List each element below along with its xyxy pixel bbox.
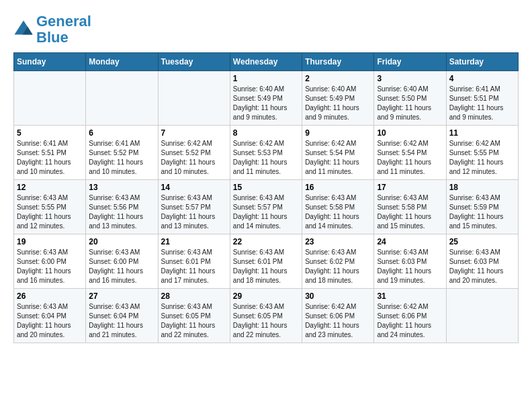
- day-info: Sunrise: 6:43 AMSunset: 6:02 PMDaylight:…: [305, 248, 371, 285]
- day-number: 9: [305, 128, 371, 138]
- day-info: Sunrise: 6:43 AMSunset: 6:01 PMDaylight:…: [161, 248, 227, 285]
- calendar-cell: 9Sunrise: 6:42 AMSunset: 5:54 PMDaylight…: [302, 126, 374, 180]
- day-number: 24: [377, 237, 443, 246]
- calendar-cell: 30Sunrise: 6:42 AMSunset: 6:06 PMDayligh…: [302, 289, 374, 343]
- calendar-cell: 15Sunrise: 6:43 AMSunset: 5:57 PMDayligh…: [230, 180, 302, 234]
- logo: General Blue: [13, 13, 91, 46]
- calendar-cell: 2Sunrise: 6:40 AMSunset: 5:49 PMDaylight…: [302, 71, 374, 126]
- day-number: 3: [377, 74, 443, 83]
- weekday-header-thursday: Thursday: [302, 53, 374, 71]
- calendar-cell: 27Sunrise: 6:43 AMSunset: 6:04 PMDayligh…: [86, 289, 158, 343]
- calendar-cell: 17Sunrise: 6:43 AMSunset: 5:58 PMDayligh…: [374, 180, 446, 234]
- logo-icon: [13, 19, 34, 40]
- calendar-cell: 6Sunrise: 6:41 AMSunset: 5:52 PMDaylight…: [86, 126, 158, 180]
- calendar-cell: 13Sunrise: 6:43 AMSunset: 5:56 PMDayligh…: [86, 180, 158, 234]
- day-info: Sunrise: 6:43 AMSunset: 6:01 PMDaylight:…: [233, 248, 299, 285]
- day-number: 7: [161, 128, 227, 138]
- week-row-3: 12Sunrise: 6:43 AMSunset: 5:55 PMDayligh…: [14, 180, 519, 234]
- weekday-header-tuesday: Tuesday: [158, 53, 230, 71]
- calendar-cell: [446, 289, 518, 343]
- day-info: Sunrise: 6:42 AMSunset: 5:52 PMDaylight:…: [161, 139, 227, 177]
- calendar-cell: 25Sunrise: 6:43 AMSunset: 6:03 PMDayligh…: [446, 234, 518, 289]
- calendar-cell: 19Sunrise: 6:43 AMSunset: 6:00 PMDayligh…: [14, 234, 86, 289]
- calendar-cell: 18Sunrise: 6:43 AMSunset: 5:59 PMDayligh…: [446, 180, 518, 234]
- calendar-cell: 22Sunrise: 6:43 AMSunset: 6:01 PMDayligh…: [230, 234, 302, 289]
- day-number: 17: [377, 183, 443, 192]
- calendar-cell: 16Sunrise: 6:43 AMSunset: 5:58 PMDayligh…: [302, 180, 374, 234]
- calendar-cell: [86, 71, 158, 126]
- day-info: Sunrise: 6:42 AMSunset: 5:53 PMDaylight:…: [233, 139, 299, 177]
- day-info: Sunrise: 6:41 AMSunset: 5:51 PMDaylight:…: [17, 139, 83, 177]
- day-number: 28: [161, 291, 227, 301]
- calendar-cell: 4Sunrise: 6:41 AMSunset: 5:51 PMDaylight…: [446, 71, 518, 126]
- weekday-header-sunday: Sunday: [14, 53, 86, 71]
- calendar-cell: 11Sunrise: 6:42 AMSunset: 5:55 PMDayligh…: [446, 126, 518, 180]
- weekday-header-monday: Monday: [86, 53, 158, 71]
- calendar-cell: 23Sunrise: 6:43 AMSunset: 6:02 PMDayligh…: [302, 234, 374, 289]
- week-row-1: 1Sunrise: 6:40 AMSunset: 5:49 PMDaylight…: [14, 71, 519, 126]
- week-row-5: 26Sunrise: 6:43 AMSunset: 6:04 PMDayligh…: [14, 289, 519, 343]
- day-info: Sunrise: 6:43 AMSunset: 6:00 PMDaylight:…: [89, 248, 154, 285]
- day-number: 5: [17, 128, 83, 138]
- logo-text: General Blue: [36, 13, 91, 46]
- day-info: Sunrise: 6:43 AMSunset: 6:05 PMDaylight:…: [161, 302, 227, 340]
- day-info: Sunrise: 6:43 AMSunset: 5:55 PMDaylight:…: [17, 193, 83, 231]
- day-info: Sunrise: 6:43 AMSunset: 6:04 PMDaylight:…: [89, 302, 154, 340]
- day-info: Sunrise: 6:42 AMSunset: 5:54 PMDaylight:…: [377, 139, 443, 177]
- day-info: Sunrise: 6:43 AMSunset: 6:03 PMDaylight:…: [377, 248, 443, 285]
- day-info: Sunrise: 6:43 AMSunset: 6:00 PMDaylight:…: [17, 248, 83, 285]
- calendar-cell: 26Sunrise: 6:43 AMSunset: 6:04 PMDayligh…: [14, 289, 86, 343]
- day-number: 26: [17, 291, 83, 301]
- day-number: 29: [233, 291, 299, 301]
- day-number: 15: [233, 183, 299, 192]
- day-number: 10: [377, 128, 443, 138]
- day-number: 1: [233, 74, 299, 83]
- day-info: Sunrise: 6:43 AMSunset: 5:58 PMDaylight:…: [377, 193, 443, 231]
- day-info: Sunrise: 6:42 AMSunset: 6:06 PMDaylight:…: [377, 302, 443, 340]
- day-info: Sunrise: 6:40 AMSunset: 5:50 PMDaylight:…: [377, 85, 443, 122]
- week-row-4: 19Sunrise: 6:43 AMSunset: 6:00 PMDayligh…: [14, 234, 519, 289]
- calendar-cell: 1Sunrise: 6:40 AMSunset: 5:49 PMDaylight…: [230, 71, 302, 126]
- day-number: 2: [305, 74, 371, 83]
- week-row-2: 5Sunrise: 6:41 AMSunset: 5:51 PMDaylight…: [14, 126, 519, 180]
- calendar-cell: [158, 71, 230, 126]
- day-info: Sunrise: 6:40 AMSunset: 5:49 PMDaylight:…: [233, 85, 299, 122]
- day-info: Sunrise: 6:43 AMSunset: 6:04 PMDaylight:…: [17, 302, 83, 340]
- day-number: 22: [233, 237, 299, 246]
- day-number: 16: [305, 183, 371, 192]
- day-info: Sunrise: 6:41 AMSunset: 5:52 PMDaylight:…: [89, 139, 154, 177]
- calendar-cell: 14Sunrise: 6:43 AMSunset: 5:57 PMDayligh…: [158, 180, 230, 234]
- day-number: 21: [161, 237, 227, 246]
- calendar-cell: 10Sunrise: 6:42 AMSunset: 5:54 PMDayligh…: [374, 126, 446, 180]
- weekday-header-saturday: Saturday: [446, 53, 518, 71]
- day-number: 8: [233, 128, 299, 138]
- weekday-header-row: SundayMondayTuesdayWednesdayThursdayFrid…: [14, 53, 519, 71]
- day-number: 6: [89, 128, 154, 138]
- calendar-cell: 3Sunrise: 6:40 AMSunset: 5:50 PMDaylight…: [374, 71, 446, 126]
- day-info: Sunrise: 6:43 AMSunset: 5:56 PMDaylight:…: [89, 193, 154, 231]
- day-info: Sunrise: 6:41 AMSunset: 5:51 PMDaylight:…: [449, 85, 515, 122]
- calendar-cell: 12Sunrise: 6:43 AMSunset: 5:55 PMDayligh…: [14, 180, 86, 234]
- day-number: 25: [449, 237, 515, 246]
- day-number: 14: [161, 183, 227, 192]
- day-number: 20: [89, 237, 154, 246]
- calendar-cell: 28Sunrise: 6:43 AMSunset: 6:05 PMDayligh…: [158, 289, 230, 343]
- day-info: Sunrise: 6:43 AMSunset: 5:58 PMDaylight:…: [305, 193, 371, 231]
- calendar-cell: 31Sunrise: 6:42 AMSunset: 6:06 PMDayligh…: [374, 289, 446, 343]
- day-info: Sunrise: 6:42 AMSunset: 6:06 PMDaylight:…: [305, 302, 371, 340]
- calendar-cell: 20Sunrise: 6:43 AMSunset: 6:00 PMDayligh…: [86, 234, 158, 289]
- day-info: Sunrise: 6:43 AMSunset: 5:57 PMDaylight:…: [233, 193, 299, 231]
- calendar-cell: 21Sunrise: 6:43 AMSunset: 6:01 PMDayligh…: [158, 234, 230, 289]
- day-number: 31: [377, 291, 443, 301]
- day-info: Sunrise: 6:40 AMSunset: 5:49 PMDaylight:…: [305, 85, 371, 122]
- calendar-cell: 8Sunrise: 6:42 AMSunset: 5:53 PMDaylight…: [230, 126, 302, 180]
- day-info: Sunrise: 6:43 AMSunset: 5:57 PMDaylight:…: [161, 193, 227, 231]
- day-number: 27: [89, 291, 154, 301]
- day-number: 4: [449, 74, 515, 83]
- day-info: Sunrise: 6:42 AMSunset: 5:55 PMDaylight:…: [449, 139, 515, 177]
- weekday-header-friday: Friday: [374, 53, 446, 71]
- calendar-cell: 7Sunrise: 6:42 AMSunset: 5:52 PMDaylight…: [158, 126, 230, 180]
- day-info: Sunrise: 6:43 AMSunset: 6:03 PMDaylight:…: [449, 248, 515, 285]
- calendar-cell: [14, 71, 86, 126]
- day-number: 30: [305, 291, 371, 301]
